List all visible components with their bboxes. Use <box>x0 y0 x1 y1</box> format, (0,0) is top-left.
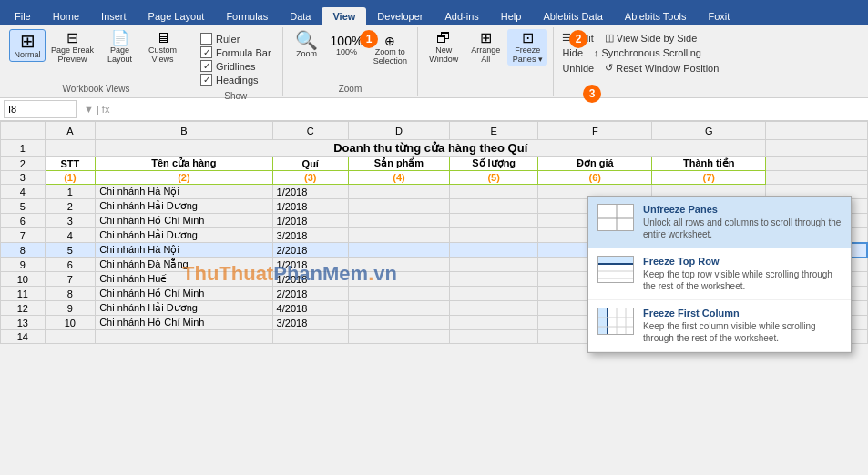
gridlines-check-box[interactable]: ✓ <box>200 60 212 72</box>
cell-c14[interactable] <box>272 330 348 344</box>
page-layout-button[interactable]: 📄 PageLayout <box>99 29 140 66</box>
cell-h1[interactable] <box>766 140 867 157</box>
cell-e5[interactable] <box>450 199 538 214</box>
arrange-all-button[interactable]: ⊞ ArrangeAll <box>465 29 505 66</box>
tab-file[interactable]: File <box>4 7 42 25</box>
col-header-a[interactable]: A <box>45 122 96 140</box>
tab-addins[interactable]: Add-ins <box>434 7 489 25</box>
headings-checkbox[interactable]: ✓ Headings <box>200 74 271 86</box>
sync-scroll-button[interactable]: ↕ Synchronous Scrolling <box>591 46 704 59</box>
cell-a9[interactable]: 6 <box>45 258 96 272</box>
view-side-by-side-button[interactable]: ◫ View Side by Side <box>602 31 700 45</box>
tab-insert[interactable]: Insert <box>90 7 138 25</box>
cell-h2[interactable] <box>766 157 867 171</box>
reset-position-button[interactable]: ↺ Reset Window Position <box>602 61 721 75</box>
cell-d13[interactable] <box>348 316 449 330</box>
tab-help[interactable]: Help <box>490 7 533 25</box>
tab-foxit[interactable]: Foxit <box>698 7 741 25</box>
col-header-e[interactable]: E <box>450 122 538 140</box>
cell-d5[interactable] <box>348 199 449 214</box>
cell-e13[interactable] <box>450 316 538 330</box>
cell-a14[interactable] <box>45 330 96 344</box>
cell-b4[interactable]: Chi nhánh Hà Nội <box>96 185 272 199</box>
cell-a8[interactable]: 5 <box>45 243 96 258</box>
cell-c8[interactable]: 2/2018 <box>272 243 348 258</box>
ruler-check-box[interactable] <box>200 33 212 45</box>
cell-b13[interactable]: Chi nhánh Hồ Chí Minh <box>96 316 272 330</box>
tab-formulas[interactable]: Formulas <box>215 7 279 25</box>
cell-d14[interactable] <box>348 330 449 344</box>
cell-e6[interactable] <box>450 214 538 228</box>
cell-g2[interactable]: Thành tiền <box>652 157 766 171</box>
col-header-d[interactable]: D <box>348 122 449 140</box>
cell-d8[interactable] <box>348 243 449 258</box>
cell-b2[interactable]: Tên cửa hàng <box>96 157 272 171</box>
cell-b6[interactable]: Chi nhánh Hồ Chí Minh <box>96 214 272 228</box>
tab-page-layout[interactable]: Page Layout <box>138 7 216 25</box>
cell-f3[interactable]: (6) <box>538 171 652 185</box>
cell-a11[interactable]: 8 <box>45 287 96 301</box>
ruler-checkbox[interactable]: Ruler <box>200 33 271 45</box>
new-window-button[interactable]: 🗗 NewWindow <box>424 29 464 66</box>
formula-bar-check-box[interactable]: ✓ <box>200 46 212 58</box>
cell-e10[interactable] <box>450 272 538 287</box>
cell-c10[interactable]: 1/2018 <box>272 272 348 287</box>
cell-a4[interactable]: 1 <box>45 185 96 199</box>
cell-g3[interactable]: (7) <box>652 171 766 185</box>
cell-b12[interactable]: Chi nhánh Hải Dương <box>96 301 272 316</box>
cell-a12[interactable]: 9 <box>45 301 96 316</box>
cell-e12[interactable] <box>450 301 538 316</box>
col-header-g[interactable]: G <box>652 122 766 140</box>
tab-home[interactable]: Home <box>42 7 90 25</box>
tab-developer[interactable]: Developer <box>366 7 434 25</box>
cell-title[interactable]: Doanh thu từng cửa hàng theo Quí <box>96 140 766 157</box>
cell-c13[interactable]: 3/2018 <box>272 316 348 330</box>
cell-e7[interactable] <box>450 228 538 243</box>
cell-a6[interactable]: 3 <box>45 214 96 228</box>
custom-views-button[interactable]: 🖥 CustomViews <box>142 29 183 66</box>
freeze-top-row-item[interactable]: Freeze Top Row Keep the top row visible … <box>588 248 851 300</box>
name-box[interactable] <box>4 100 77 118</box>
cell-b8[interactable]: Chi nhánh Hà Nội <box>96 243 272 258</box>
cell-b5[interactable]: Chi nhánh Hải Dương <box>96 199 272 214</box>
col-header-f[interactable]: F <box>538 122 652 140</box>
formula-bar-checkbox[interactable]: ✓ Formula Bar <box>200 46 271 58</box>
cell-e8[interactable] <box>450 243 538 258</box>
cell-d9[interactable] <box>348 258 449 272</box>
cell-a1[interactable] <box>45 140 96 157</box>
cell-e2[interactable]: Số lượng <box>450 157 538 171</box>
col-header-c[interactable]: C <box>272 122 348 140</box>
cell-a13[interactable]: 10 <box>45 316 96 330</box>
cell-d6[interactable] <box>348 214 449 228</box>
col-header-b[interactable]: B <box>96 122 272 140</box>
gridlines-checkbox[interactable]: ✓ Gridlines <box>200 60 271 72</box>
cell-c6[interactable]: 1/2018 <box>272 214 348 228</box>
cell-b7[interactable]: Chi nhánh Hải Dương <box>96 228 272 243</box>
freeze-panes-button[interactable]: ⊡ FreezePanes ▾ <box>507 29 547 66</box>
cell-d10[interactable] <box>348 272 449 287</box>
cell-b3[interactable]: (2) <box>96 171 272 185</box>
cell-h3[interactable] <box>766 171 867 185</box>
cell-b9[interactable]: Chi nhánh Đà Nẵng <box>96 258 272 272</box>
col-header-h[interactable] <box>766 122 867 140</box>
cell-d2[interactable]: Sản phẩm <box>348 157 449 171</box>
page-break-button[interactable]: ⊟ Page BreakPreview <box>47 29 97 66</box>
cell-e9[interactable] <box>450 258 538 272</box>
cell-a7[interactable]: 4 <box>45 228 96 243</box>
formula-input[interactable] <box>117 104 864 115</box>
cell-e4[interactable] <box>450 185 538 199</box>
cell-d3[interactable]: (4) <box>348 171 449 185</box>
cell-d12[interactable] <box>348 301 449 316</box>
cell-c7[interactable]: 3/2018 <box>272 228 348 243</box>
cell-e11[interactable] <box>450 287 538 301</box>
cell-b10[interactable]: Chi nhánh Huế <box>96 272 272 287</box>
tab-ablebits-data[interactable]: Ablebits Data <box>532 7 613 25</box>
freeze-first-col-item[interactable]: Freeze First Column Keep the first colum… <box>588 300 851 352</box>
tab-data[interactable]: Data <box>279 7 322 25</box>
cell-c12[interactable]: 4/2018 <box>272 301 348 316</box>
unfreeze-panes-item[interactable]: Unfreeze Panes Unlock all rows and colum… <box>588 197 851 248</box>
cell-d7[interactable] <box>348 228 449 243</box>
unhide-button[interactable]: Unhide <box>559 61 597 75</box>
hide-button[interactable]: Hide <box>559 46 586 59</box>
cell-d4[interactable] <box>348 185 449 199</box>
